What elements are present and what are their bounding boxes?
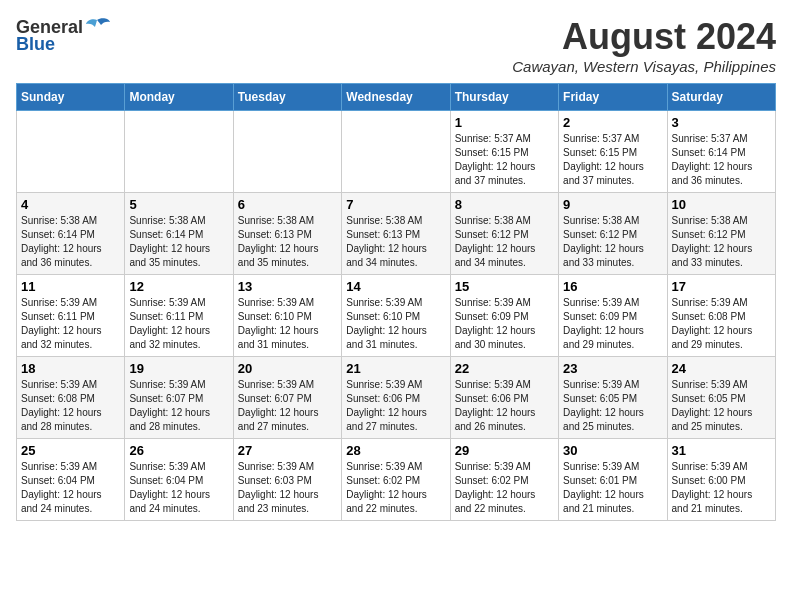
day-info: Sunrise: 5:39 AM Sunset: 6:07 PM Dayligh…	[238, 378, 337, 434]
calendar-cell: 5Sunrise: 5:38 AM Sunset: 6:14 PM Daylig…	[125, 193, 233, 275]
week-row-1: 1Sunrise: 5:37 AM Sunset: 6:15 PM Daylig…	[17, 111, 776, 193]
calendar-cell: 19Sunrise: 5:39 AM Sunset: 6:07 PM Dayli…	[125, 357, 233, 439]
day-info: Sunrise: 5:37 AM Sunset: 6:15 PM Dayligh…	[455, 132, 554, 188]
day-number: 20	[238, 361, 337, 376]
day-number: 31	[672, 443, 771, 458]
logo-bird-icon	[83, 16, 111, 38]
header-friday: Friday	[559, 84, 667, 111]
calendar-cell	[233, 111, 341, 193]
calendar-cell: 14Sunrise: 5:39 AM Sunset: 6:10 PM Dayli…	[342, 275, 450, 357]
day-info: Sunrise: 5:39 AM Sunset: 6:02 PM Dayligh…	[346, 460, 445, 516]
day-number: 13	[238, 279, 337, 294]
day-info: Sunrise: 5:39 AM Sunset: 6:07 PM Dayligh…	[129, 378, 228, 434]
day-info: Sunrise: 5:38 AM Sunset: 6:13 PM Dayligh…	[238, 214, 337, 270]
calendar-cell: 10Sunrise: 5:38 AM Sunset: 6:12 PM Dayli…	[667, 193, 775, 275]
week-row-4: 18Sunrise: 5:39 AM Sunset: 6:08 PM Dayli…	[17, 357, 776, 439]
day-info: Sunrise: 5:37 AM Sunset: 6:14 PM Dayligh…	[672, 132, 771, 188]
day-number: 17	[672, 279, 771, 294]
calendar-cell: 27Sunrise: 5:39 AM Sunset: 6:03 PM Dayli…	[233, 439, 341, 521]
calendar-cell: 16Sunrise: 5:39 AM Sunset: 6:09 PM Dayli…	[559, 275, 667, 357]
day-info: Sunrise: 5:37 AM Sunset: 6:15 PM Dayligh…	[563, 132, 662, 188]
day-number: 24	[672, 361, 771, 376]
day-info: Sunrise: 5:38 AM Sunset: 6:12 PM Dayligh…	[563, 214, 662, 270]
day-number: 19	[129, 361, 228, 376]
calendar-cell: 23Sunrise: 5:39 AM Sunset: 6:05 PM Dayli…	[559, 357, 667, 439]
header-tuesday: Tuesday	[233, 84, 341, 111]
day-info: Sunrise: 5:39 AM Sunset: 6:09 PM Dayligh…	[455, 296, 554, 352]
logo: General Blue	[16, 16, 111, 55]
day-number: 16	[563, 279, 662, 294]
calendar-cell: 22Sunrise: 5:39 AM Sunset: 6:06 PM Dayli…	[450, 357, 558, 439]
calendar-cell: 17Sunrise: 5:39 AM Sunset: 6:08 PM Dayli…	[667, 275, 775, 357]
calendar-cell: 18Sunrise: 5:39 AM Sunset: 6:08 PM Dayli…	[17, 357, 125, 439]
calendar-cell: 13Sunrise: 5:39 AM Sunset: 6:10 PM Dayli…	[233, 275, 341, 357]
day-number: 29	[455, 443, 554, 458]
calendar-cell: 11Sunrise: 5:39 AM Sunset: 6:11 PM Dayli…	[17, 275, 125, 357]
header: General Blue August 2024 Cawayan, Wester…	[16, 16, 776, 75]
calendar-cell: 7Sunrise: 5:38 AM Sunset: 6:13 PM Daylig…	[342, 193, 450, 275]
calendar-cell: 24Sunrise: 5:39 AM Sunset: 6:05 PM Dayli…	[667, 357, 775, 439]
month-year-title: August 2024	[512, 16, 776, 58]
week-row-5: 25Sunrise: 5:39 AM Sunset: 6:04 PM Dayli…	[17, 439, 776, 521]
header-sunday: Sunday	[17, 84, 125, 111]
calendar-cell: 29Sunrise: 5:39 AM Sunset: 6:02 PM Dayli…	[450, 439, 558, 521]
header-saturday: Saturday	[667, 84, 775, 111]
calendar-cell: 9Sunrise: 5:38 AM Sunset: 6:12 PM Daylig…	[559, 193, 667, 275]
day-number: 9	[563, 197, 662, 212]
week-row-3: 11Sunrise: 5:39 AM Sunset: 6:11 PM Dayli…	[17, 275, 776, 357]
calendar-cell: 31Sunrise: 5:39 AM Sunset: 6:00 PM Dayli…	[667, 439, 775, 521]
day-info: Sunrise: 5:39 AM Sunset: 6:03 PM Dayligh…	[238, 460, 337, 516]
header-thursday: Thursday	[450, 84, 558, 111]
day-number: 26	[129, 443, 228, 458]
calendar-cell: 12Sunrise: 5:39 AM Sunset: 6:11 PM Dayli…	[125, 275, 233, 357]
calendar-cell	[342, 111, 450, 193]
calendar-cell	[125, 111, 233, 193]
day-number: 14	[346, 279, 445, 294]
day-info: Sunrise: 5:39 AM Sunset: 6:04 PM Dayligh…	[21, 460, 120, 516]
day-info: Sunrise: 5:39 AM Sunset: 6:06 PM Dayligh…	[455, 378, 554, 434]
day-number: 12	[129, 279, 228, 294]
day-info: Sunrise: 5:39 AM Sunset: 6:09 PM Dayligh…	[563, 296, 662, 352]
calendar-cell: 21Sunrise: 5:39 AM Sunset: 6:06 PM Dayli…	[342, 357, 450, 439]
day-info: Sunrise: 5:38 AM Sunset: 6:12 PM Dayligh…	[455, 214, 554, 270]
day-number: 4	[21, 197, 120, 212]
calendar-cell: 6Sunrise: 5:38 AM Sunset: 6:13 PM Daylig…	[233, 193, 341, 275]
day-info: Sunrise: 5:39 AM Sunset: 6:08 PM Dayligh…	[21, 378, 120, 434]
header-monday: Monday	[125, 84, 233, 111]
calendar-cell: 20Sunrise: 5:39 AM Sunset: 6:07 PM Dayli…	[233, 357, 341, 439]
calendar-cell: 4Sunrise: 5:38 AM Sunset: 6:14 PM Daylig…	[17, 193, 125, 275]
day-number: 10	[672, 197, 771, 212]
calendar-cell: 2Sunrise: 5:37 AM Sunset: 6:15 PM Daylig…	[559, 111, 667, 193]
calendar-cell: 25Sunrise: 5:39 AM Sunset: 6:04 PM Dayli…	[17, 439, 125, 521]
day-info: Sunrise: 5:39 AM Sunset: 6:11 PM Dayligh…	[129, 296, 228, 352]
calendar-cell: 1Sunrise: 5:37 AM Sunset: 6:15 PM Daylig…	[450, 111, 558, 193]
day-number: 15	[455, 279, 554, 294]
calendar-cell: 28Sunrise: 5:39 AM Sunset: 6:02 PM Dayli…	[342, 439, 450, 521]
day-number: 25	[21, 443, 120, 458]
day-info: Sunrise: 5:39 AM Sunset: 6:00 PM Dayligh…	[672, 460, 771, 516]
day-number: 21	[346, 361, 445, 376]
day-number: 11	[21, 279, 120, 294]
calendar-cell: 8Sunrise: 5:38 AM Sunset: 6:12 PM Daylig…	[450, 193, 558, 275]
calendar-cell	[17, 111, 125, 193]
day-info: Sunrise: 5:39 AM Sunset: 6:04 PM Dayligh…	[129, 460, 228, 516]
day-info: Sunrise: 5:38 AM Sunset: 6:14 PM Dayligh…	[129, 214, 228, 270]
day-info: Sunrise: 5:38 AM Sunset: 6:12 PM Dayligh…	[672, 214, 771, 270]
day-number: 27	[238, 443, 337, 458]
header-wednesday: Wednesday	[342, 84, 450, 111]
day-number: 23	[563, 361, 662, 376]
day-number: 30	[563, 443, 662, 458]
calendar-cell: 15Sunrise: 5:39 AM Sunset: 6:09 PM Dayli…	[450, 275, 558, 357]
day-info: Sunrise: 5:39 AM Sunset: 6:11 PM Dayligh…	[21, 296, 120, 352]
day-number: 8	[455, 197, 554, 212]
day-number: 6	[238, 197, 337, 212]
day-number: 1	[455, 115, 554, 130]
day-info: Sunrise: 5:39 AM Sunset: 6:01 PM Dayligh…	[563, 460, 662, 516]
day-number: 28	[346, 443, 445, 458]
day-info: Sunrise: 5:39 AM Sunset: 6:10 PM Dayligh…	[346, 296, 445, 352]
day-number: 18	[21, 361, 120, 376]
day-number: 5	[129, 197, 228, 212]
calendar-table: SundayMondayTuesdayWednesdayThursdayFrid…	[16, 83, 776, 521]
day-info: Sunrise: 5:38 AM Sunset: 6:13 PM Dayligh…	[346, 214, 445, 270]
calendar-header-row: SundayMondayTuesdayWednesdayThursdayFrid…	[17, 84, 776, 111]
